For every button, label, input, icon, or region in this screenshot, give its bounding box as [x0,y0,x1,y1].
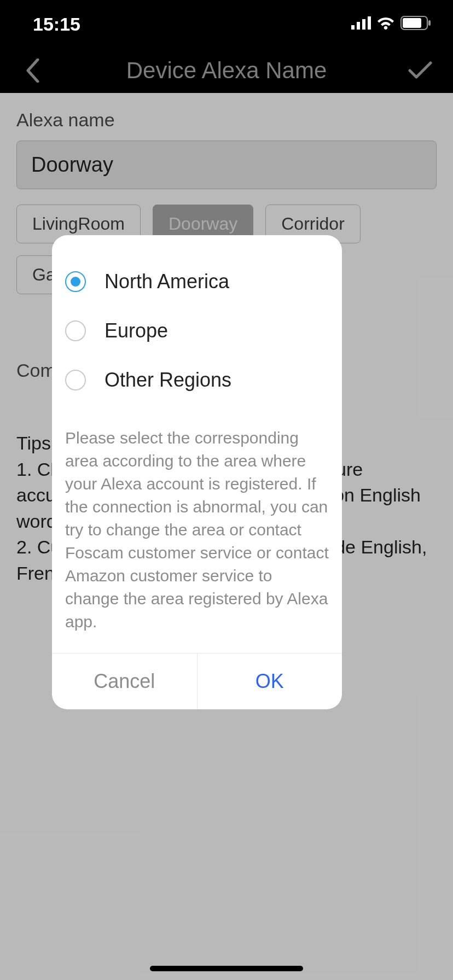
status-time: 15:15 [33,14,80,35]
svg-rect-2 [362,19,365,30]
radio-icon [65,271,86,292]
status-icons [351,16,431,32]
radio-icon [65,370,86,390]
cancel-button[interactable]: Cancel [52,654,198,709]
nav-bar: Device Alexa Name [0,48,453,93]
modal-buttons: Cancel OK [52,653,342,709]
region-options: North America Europe Other Regions [52,235,342,416]
battery-icon [400,16,431,32]
back-button[interactable] [16,54,49,87]
wifi-icon [376,16,395,32]
option-label: North America [104,270,229,293]
svg-rect-6 [428,20,431,26]
option-north-america[interactable]: North America [65,257,329,306]
svg-rect-3 [368,16,371,30]
page-title: Device Alexa Name [49,57,404,84]
option-label: Other Regions [104,369,231,392]
svg-rect-1 [357,22,360,30]
confirm-button[interactable] [404,54,437,87]
option-label: Europe [104,319,168,342]
radio-icon [65,320,86,341]
region-modal: North America Europe Other Regions Pleas… [52,235,342,709]
svg-rect-5 [403,18,421,28]
home-indicator[interactable] [150,966,303,971]
option-other-regions[interactable]: Other Regions [65,355,329,405]
option-europe[interactable]: Europe [65,306,329,355]
status-bar: 15:15 [0,0,453,48]
ok-button[interactable]: OK [198,654,342,709]
cellular-icon [351,16,371,32]
modal-description: Please select the corresponding area acc… [52,416,342,653]
svg-rect-0 [351,25,355,30]
